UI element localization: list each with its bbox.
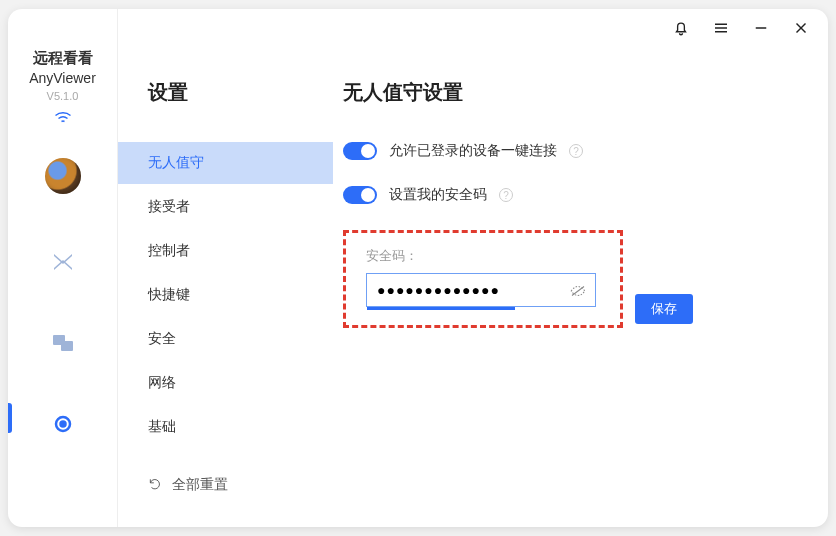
reset-all-label: 全部重置: [172, 476, 228, 494]
toggle-set-security-code[interactable]: [343, 186, 377, 204]
wifi-icon: [54, 110, 72, 128]
rail-item-monitors[interactable]: [50, 330, 76, 356]
settings-title: 设置: [118, 79, 333, 106]
nav-item-security[interactable]: 安全: [118, 318, 333, 360]
brand-version: V5.1.0: [47, 90, 79, 102]
svg-rect-7: [61, 341, 73, 351]
rail-active-indicator: [8, 403, 12, 433]
left-rail: 远程看看 AnyViewer V5.1.0: [8, 9, 118, 527]
rail-item-settings[interactable]: [50, 411, 76, 437]
nav-item-controller[interactable]: 控制者: [118, 230, 333, 272]
security-code-highlight: 安全码：: [343, 230, 623, 328]
svg-point-9: [60, 422, 65, 427]
brand-name-en: AnyViewer: [29, 70, 96, 86]
security-code-field-wrap: [366, 273, 596, 307]
help-icon[interactable]: ?: [569, 144, 583, 158]
bell-icon[interactable]: [672, 19, 690, 37]
row-set-security-code: 设置我的安全码 ?: [343, 186, 788, 204]
titlebar: [672, 19, 810, 37]
rail-item-devices[interactable]: [50, 249, 76, 275]
brand-name-cn: 远程看看: [33, 49, 93, 68]
help-icon[interactable]: ?: [499, 188, 513, 202]
row-allow-one-click: 允许已登录的设备一键连接 ?: [343, 142, 788, 160]
save-button[interactable]: 保存: [635, 294, 693, 324]
nav-item-basic[interactable]: 基础: [118, 406, 333, 448]
menu-icon[interactable]: [712, 19, 730, 37]
security-code-input[interactable]: [377, 282, 559, 298]
eye-hidden-icon[interactable]: [569, 282, 587, 300]
nav-item-network[interactable]: 网络: [118, 362, 333, 404]
panel-title: 无人值守设置: [343, 79, 788, 106]
security-code-row: 安全码： 保存: [343, 230, 788, 328]
nav-item-unattended[interactable]: 无人值守: [118, 142, 333, 184]
security-code-caption: 安全码：: [366, 247, 600, 265]
toggle1-label: 允许已登录的设备一键连接: [389, 142, 557, 160]
toggle2-label: 设置我的安全码: [389, 186, 487, 204]
toggle-allow-one-click[interactable]: [343, 142, 377, 160]
nav-item-hotkeys[interactable]: 快捷键: [118, 274, 333, 316]
undo-icon: [148, 477, 162, 494]
close-icon[interactable]: [792, 19, 810, 37]
reset-all-button[interactable]: 全部重置: [118, 476, 333, 494]
minimize-icon[interactable]: [752, 19, 770, 37]
nav-item-receiver[interactable]: 接受者: [118, 186, 333, 228]
app-window: 远程看看 AnyViewer V5.1.0 设置 无人值守 接受者 控制者 快捷…: [8, 9, 828, 527]
settings-nav: 设置 无人值守 接受者 控制者 快捷键 安全 网络 基础 全部重置: [118, 9, 333, 527]
settings-panel: 无人值守设置 允许已登录的设备一键连接 ? 设置我的安全码 ? 安全码： 保存: [333, 9, 828, 527]
avatar[interactable]: [45, 158, 81, 194]
